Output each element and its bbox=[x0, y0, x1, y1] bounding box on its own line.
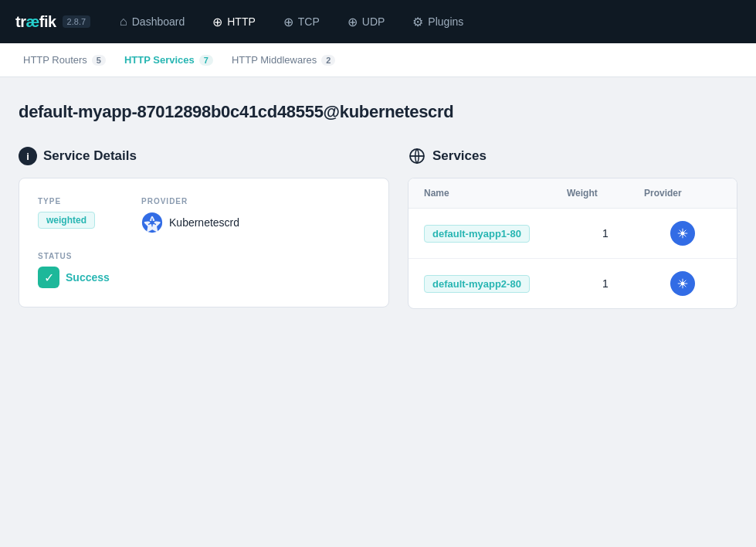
services-title: Services bbox=[432, 148, 486, 164]
weight-cell-1: 1 bbox=[567, 227, 644, 240]
nav-label-dashboard: Dashboard bbox=[132, 15, 185, 28]
table-row: default-myapp1-80 1 bbox=[409, 209, 737, 259]
table-header-row: Name Weight Provider bbox=[409, 178, 737, 209]
type-col: TYPE weighted bbox=[38, 197, 95, 233]
services-table: Name Weight Provider default-myapp1-80 1 bbox=[408, 178, 737, 309]
content-grid: i Service Details TYPE weighted PROVIDER bbox=[19, 147, 737, 309]
nav-item-dashboard[interactable]: ⌂ Dashboard bbox=[109, 8, 195, 35]
logo: træfik 2.8.7 bbox=[15, 13, 90, 31]
nav-label-plugins: Plugins bbox=[428, 15, 463, 28]
subnav-badge-routers: 5 bbox=[92, 55, 106, 66]
subnav-item-routers[interactable]: HTTP Routers 5 bbox=[15, 49, 114, 70]
svg-point-4 bbox=[150, 220, 154, 224]
home-icon: ⌂ bbox=[120, 15, 127, 29]
kubernetes-icon bbox=[141, 212, 163, 233]
type-provider-row: TYPE weighted PROVIDER bbox=[38, 197, 370, 233]
status-check-icon: ✓ bbox=[38, 267, 59, 288]
service-link-1[interactable]: default-myapp1-80 bbox=[424, 225, 530, 243]
page-title: default-myapp-87012898b0c41cd48555@kuber… bbox=[19, 102, 737, 122]
col-header-name: Name bbox=[424, 188, 567, 199]
subnav-item-services[interactable]: HTTP Services 7 bbox=[117, 49, 221, 70]
provider-row: Kubernetescrd bbox=[141, 212, 239, 233]
k8s-provider-icon-2 bbox=[670, 271, 695, 296]
globe-icon-services bbox=[408, 147, 426, 165]
plugins-icon: ⚙ bbox=[412, 15, 423, 29]
subnav-badge-services: 7 bbox=[199, 55, 213, 66]
nav-item-plugins[interactable]: ⚙ Plugins bbox=[402, 8, 474, 36]
logo-text: træfik bbox=[15, 13, 56, 31]
service-link-2[interactable]: default-myapp2-80 bbox=[424, 275, 530, 293]
status-label: STATUS bbox=[38, 252, 370, 260]
nav-item-tcp[interactable]: ⊕ TCP bbox=[273, 8, 331, 36]
table-row: default-myapp2-80 1 bbox=[409, 259, 737, 308]
provider-name: Kubernetescrd bbox=[169, 216, 239, 229]
col-header-weight: Weight bbox=[567, 188, 644, 199]
subnav-label-middlewares: HTTP Middlewares bbox=[232, 54, 317, 66]
service-details-header: i Service Details bbox=[19, 147, 389, 165]
service-details-section: i Service Details TYPE weighted PROVIDER bbox=[19, 147, 389, 309]
service-name-cell-1: default-myapp1-80 bbox=[424, 225, 567, 243]
subnav-item-middlewares[interactable]: HTTP Middlewares 2 bbox=[224, 49, 343, 70]
provider-cell-2 bbox=[644, 271, 721, 296]
services-section: Services Name Weight Provider default-my… bbox=[408, 147, 737, 309]
type-value: weighted bbox=[38, 212, 95, 229]
provider-label: PROVIDER bbox=[141, 197, 239, 206]
k8s-provider-icon-1 bbox=[670, 221, 695, 246]
service-details-card: TYPE weighted PROVIDER bbox=[19, 178, 389, 307]
status-value: Success bbox=[66, 271, 110, 284]
subnav-badge-middlewares: 2 bbox=[321, 55, 335, 66]
subnav-label-services: HTTP Services bbox=[124, 54, 195, 66]
nav-label-tcp: TCP bbox=[298, 15, 320, 28]
col-header-provider: Provider bbox=[644, 188, 721, 199]
service-details-title: Service Details bbox=[43, 148, 137, 164]
nav-item-udp[interactable]: ⊕ UDP bbox=[337, 8, 396, 36]
nav-label-http: HTTP bbox=[227, 15, 256, 28]
info-icon: i bbox=[19, 147, 37, 165]
sub-navigation: HTTP Routers 5 HTTP Services 7 HTTP Midd… bbox=[0, 43, 756, 77]
version-badge: 2.8.7 bbox=[63, 15, 90, 28]
type-label: TYPE bbox=[38, 197, 95, 206]
provider-cell-1 bbox=[644, 221, 721, 246]
status-row: ✓ Success bbox=[38, 267, 370, 288]
provider-col: PROVIDER bbox=[141, 197, 239, 233]
service-name-cell-2: default-myapp2-80 bbox=[424, 275, 567, 293]
nav-item-http[interactable]: ⊕ HTTP bbox=[202, 8, 266, 36]
top-navigation: træfik 2.8.7 ⌂ Dashboard ⊕ HTTP ⊕ TCP ⊕ … bbox=[0, 0, 756, 43]
globe-icon-udp: ⊕ bbox=[347, 15, 358, 29]
status-section: STATUS ✓ Success bbox=[38, 252, 370, 288]
weight-cell-2: 1 bbox=[567, 277, 644, 290]
services-header: Services bbox=[408, 147, 737, 165]
main-content: default-myapp-87012898b0c41cd48555@kuber… bbox=[0, 77, 756, 334]
globe-icon-tcp: ⊕ bbox=[283, 15, 293, 29]
globe-icon-http: ⊕ bbox=[212, 15, 222, 29]
subnav-label-routers: HTTP Routers bbox=[23, 54, 87, 66]
nav-label-udp: UDP bbox=[362, 15, 385, 28]
